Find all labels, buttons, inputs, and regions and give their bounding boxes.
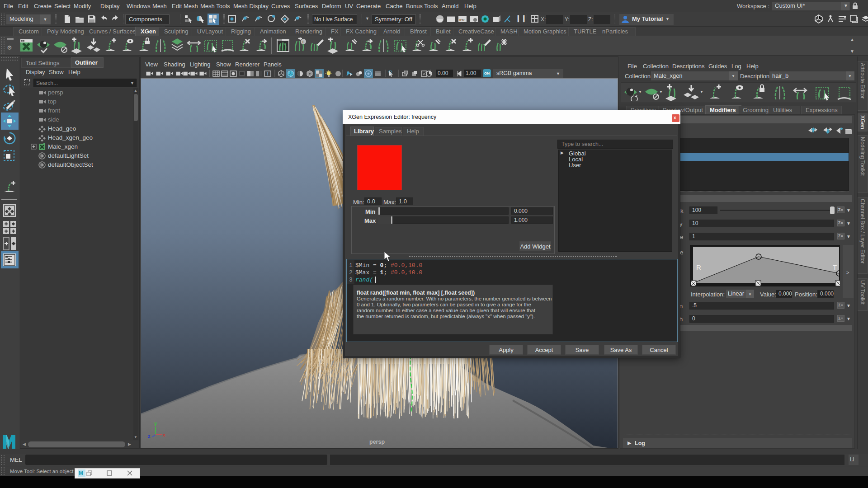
svg-text:y: y (154, 421, 157, 426)
svg-text:i: i (302, 39, 303, 44)
svg-text:IPR: IPR (459, 19, 465, 22)
svg-text:x: x (163, 432, 166, 437)
svg-text:persp: persp (369, 439, 385, 445)
svg-text:R: R (696, 263, 701, 271)
svg-text:T: T (266, 71, 269, 76)
svg-text:T: T (833, 263, 837, 271)
svg-text:z: z (148, 433, 151, 439)
